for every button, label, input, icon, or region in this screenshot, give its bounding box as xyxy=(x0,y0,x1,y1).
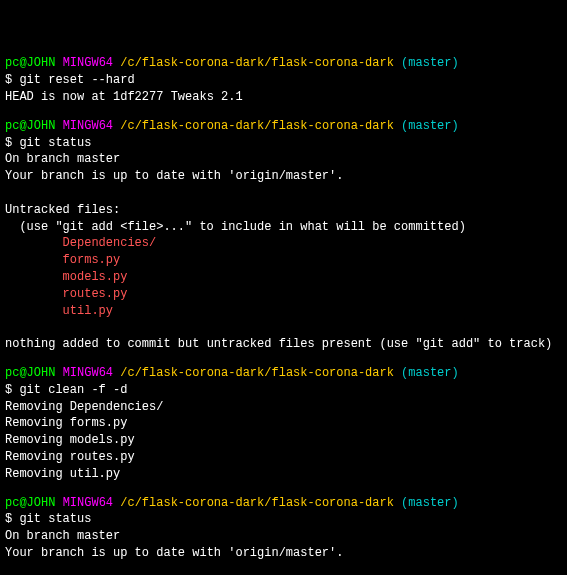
prompt-env: MINGW64 xyxy=(63,366,113,380)
output-line: nothing added to commit but untracked fi… xyxy=(5,336,562,353)
prompt-symbol: $ xyxy=(5,136,12,150)
prompt-line: pc@JOHN MINGW64 /c/flask-corona-dark/fla… xyxy=(5,495,562,512)
command-line[interactable]: $ git status xyxy=(5,135,562,152)
command-text: git status xyxy=(19,136,91,150)
output-line: On branch master xyxy=(5,151,562,168)
prompt-line: pc@JOHN MINGW64 /c/flask-corona-dark/fla… xyxy=(5,118,562,135)
output-line: Removing util.py xyxy=(5,466,562,483)
output-line: On branch master xyxy=(5,528,562,545)
output-line: Removing models.py xyxy=(5,432,562,449)
prompt-env: MINGW64 xyxy=(63,119,113,133)
output-line: Untracked files: xyxy=(5,202,562,219)
prompt-branch: (master) xyxy=(401,56,459,70)
prompt-env: MINGW64 xyxy=(63,496,113,510)
command-text: git reset --hard xyxy=(19,73,134,87)
prompt-path: /c/flask-corona-dark/flask-corona-dark xyxy=(120,496,394,510)
command-line[interactable]: $ git status xyxy=(5,511,562,528)
command-block: pc@JOHN MINGW64 /c/flask-corona-dark/fla… xyxy=(5,118,562,353)
prompt-user: pc@JOHN xyxy=(5,119,55,133)
prompt-branch: (master) xyxy=(401,496,459,510)
output-line: Your branch is up to date with 'origin/m… xyxy=(5,168,562,185)
command-block: pc@JOHN MINGW64 /c/flask-corona-dark/fla… xyxy=(5,365,562,483)
prompt-path: /c/flask-corona-dark/flask-corona-dark xyxy=(120,56,394,70)
output-line: Removing routes.py xyxy=(5,449,562,466)
prompt-env: MINGW64 xyxy=(63,56,113,70)
command-text: git status xyxy=(19,512,91,526)
output-line: Removing forms.py xyxy=(5,415,562,432)
prompt-user: pc@JOHN xyxy=(5,496,55,510)
prompt-symbol: $ xyxy=(5,383,12,397)
hint-line: (use "git add <file>..." to include in w… xyxy=(5,219,562,236)
prompt-line: pc@JOHN MINGW64 /c/flask-corona-dark/fla… xyxy=(5,365,562,382)
command-block: pc@JOHN MINGW64 /c/flask-corona-dark/fla… xyxy=(5,55,562,105)
untracked-file: util.py xyxy=(5,303,562,320)
output-line xyxy=(5,562,562,575)
prompt-path: /c/flask-corona-dark/flask-corona-dark xyxy=(120,119,394,133)
command-text: git clean -f -d xyxy=(19,383,127,397)
prompt-user: pc@JOHN xyxy=(5,56,55,70)
output-line xyxy=(5,319,562,336)
untracked-file: routes.py xyxy=(5,286,562,303)
output-line: HEAD is now at 1df2277 Tweaks 2.1 xyxy=(5,89,562,106)
command-block: pc@JOHN MINGW64 /c/flask-corona-dark/fla… xyxy=(5,495,562,575)
output-line: Removing Dependencies/ xyxy=(5,399,562,416)
command-line[interactable]: $ git clean -f -d xyxy=(5,382,562,399)
untracked-file: Dependencies/ xyxy=(5,235,562,252)
prompt-symbol: $ xyxy=(5,512,12,526)
command-line[interactable]: $ git reset --hard xyxy=(5,72,562,89)
untracked-file: forms.py xyxy=(5,252,562,269)
prompt-symbol: $ xyxy=(5,73,12,87)
prompt-branch: (master) xyxy=(401,119,459,133)
prompt-user: pc@JOHN xyxy=(5,366,55,380)
prompt-branch: (master) xyxy=(401,366,459,380)
output-line: Your branch is up to date with 'origin/m… xyxy=(5,545,562,562)
output-line xyxy=(5,185,562,202)
terminal-window[interactable]: pc@JOHN MINGW64 /c/flask-corona-dark/fla… xyxy=(5,55,562,575)
prompt-line: pc@JOHN MINGW64 /c/flask-corona-dark/fla… xyxy=(5,55,562,72)
untracked-file: models.py xyxy=(5,269,562,286)
prompt-path: /c/flask-corona-dark/flask-corona-dark xyxy=(120,366,394,380)
